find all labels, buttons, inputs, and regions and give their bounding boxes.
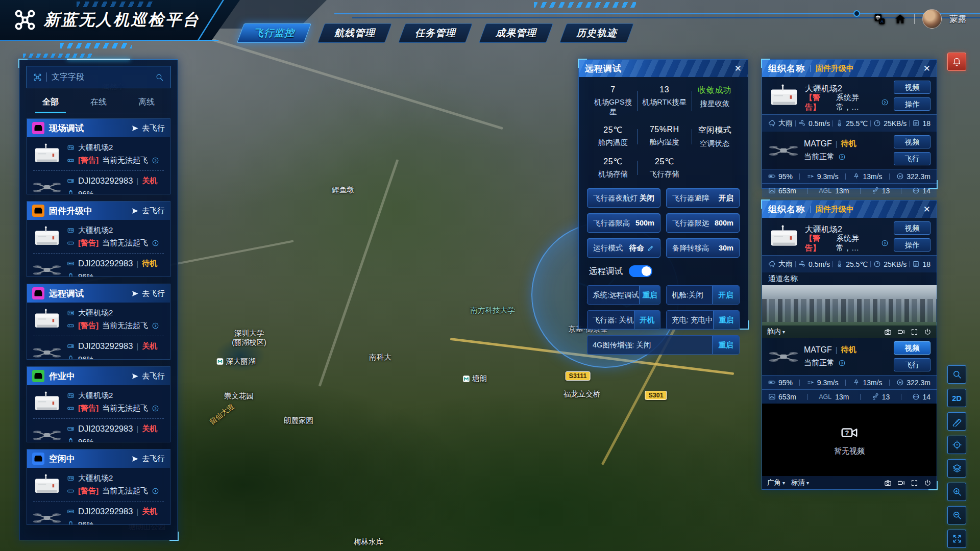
control-action-button[interactable]: 重启	[639, 286, 660, 304]
chevcircle-icon	[152, 322, 159, 330]
remote-debug-toggle[interactable]	[629, 265, 652, 277]
nav-tab-0[interactable]: 飞行监控	[240, 23, 308, 43]
battery-level: 96%	[78, 355, 93, 360]
nav-tab-4[interactable]: 历史轨迹	[563, 23, 630, 43]
warn-tag: [警告]	[78, 404, 99, 413]
card-body: 大疆机场2[警告]当前无法起飞DJI203292983|关机96%	[27, 385, 170, 442]
drone-video-button[interactable]: 视频	[894, 341, 930, 355]
card-header: 远程调试去飞行	[27, 284, 170, 303]
map-label: 留仙大道	[208, 402, 236, 427]
search-input[interactable]: 文字字段	[27, 66, 170, 88]
remote-debug-panel: 远程调试 ✕ 7机场GPS搜星13机场RTK搜星收敛成功搜星收敛25℃舱内温度7…	[578, 59, 748, 329]
device-card[interactable]: 空闲中去飞行大疆机场2[警告]当前无法起飞DJI203292983|关机96%	[27, 449, 170, 525]
filter-tab-1[interactable]: 在线	[75, 93, 122, 113]
card-header: 固件升级中去飞行	[27, 202, 170, 220]
home-icon[interactable]	[894, 13, 906, 26]
setting-button[interactable]: 运行模式待命	[587, 238, 660, 258]
locate-button[interactable]	[947, 436, 966, 454]
fullscreen-button[interactable]	[947, 530, 966, 548]
device-card[interactable]: 作业中去飞行大疆机场2[警告]当前无法起飞DJI203292983|关机96%	[27, 366, 170, 442]
dock-video-button[interactable]: 视频	[894, 221, 930, 235]
nav-tab-1[interactable]: 航线管理	[321, 23, 388, 43]
zoom-in-button[interactable]	[947, 483, 966, 501]
setting-button[interactable]: 飞行器限远800m	[666, 213, 740, 233]
go-fly-button[interactable]: 去飞行	[131, 371, 165, 381]
map-search-button[interactable]	[947, 365, 966, 384]
avatar[interactable]	[922, 9, 942, 29]
send-icon	[131, 290, 139, 297]
card-body: 大疆机场2[警告]当前无法起飞DJI203292983|关机96%	[27, 137, 170, 194]
zoom-out-button[interactable]	[947, 506, 966, 524]
layers-button[interactable]	[947, 459, 966, 478]
cloud-icon	[768, 119, 776, 127]
drone-image	[32, 429, 62, 442]
setting-button[interactable]: 飞行器夜航灯关闭	[587, 188, 660, 208]
filter-tab-2[interactable]: 离线	[122, 93, 170, 113]
nav-tab-3[interactable]: 成果管理	[482, 23, 550, 43]
stat-item: 95%	[768, 172, 793, 181]
translate-icon[interactable]: 中A	[873, 13, 886, 26]
drone-image	[32, 263, 62, 277]
go-fly-button[interactable]: 去飞行	[131, 206, 165, 216]
video-select[interactable]: 广角▾	[767, 478, 785, 487]
alarm-button[interactable]	[947, 53, 966, 71]
control-action-button[interactable]: 重启	[712, 336, 739, 354]
control-action-button[interactable]: 开机	[634, 311, 660, 329]
nav-tab-2[interactable]: 任务管理	[402, 23, 469, 43]
gauge-icon	[873, 119, 881, 127]
drone-state: 待机	[841, 139, 856, 148]
zoomout-icon	[952, 510, 962, 520]
measure-button[interactable]	[947, 412, 966, 431]
go-fly-button[interactable]: 去飞行	[131, 454, 165, 464]
warn-text: 当前无法起飞	[102, 486, 148, 496]
satellite-icon	[872, 393, 879, 400]
controller-icon	[67, 487, 75, 495]
control-action-button[interactable]: 开启	[712, 286, 739, 304]
drone-fly-button[interactable]: 飞行	[894, 152, 930, 165]
video-feed[interactable]: 舱内▾	[762, 285, 937, 338]
drone-fly-button[interactable]: 飞行	[894, 358, 930, 371]
toggle-label: 远程调试	[589, 266, 623, 277]
device-card[interactable]: 远程调试去飞行大疆机场2[警告]当前无法起飞DJI203292983|关机96%	[27, 284, 170, 360]
device-card[interactable]: 现场调试去飞行大疆机场2[警告]当前无法起飞DJI203292983|关机96%	[27, 118, 170, 194]
2d-mode-button[interactable]: 2D	[947, 389, 966, 407]
stat-item: AGL13m	[819, 393, 849, 401]
stat-item: AGL13m	[819, 187, 849, 195]
close-icon[interactable]: ✕	[923, 205, 930, 214]
dock-image	[32, 142, 62, 166]
video-select[interactable]: 标清▾	[791, 478, 809, 487]
dock-operate-button[interactable]: 操作	[894, 97, 930, 111]
control-action-button[interactable]: 重启	[713, 311, 739, 329]
dock-name: 大疆机场2	[78, 143, 113, 153]
batth-icon	[768, 379, 776, 386]
search-icon[interactable]	[155, 73, 164, 82]
close-icon[interactable]: ✕	[923, 64, 930, 73]
dock-row: 大疆机场2【警告】系统异常，…视频操作	[762, 218, 937, 255]
video-select[interactable]: 舱内▾	[767, 327, 785, 336]
map-label: 鲤鱼墩	[332, 185, 354, 194]
dock-image	[32, 390, 62, 414]
go-fly-button[interactable]: 去飞行	[131, 289, 165, 298]
control-row: 机舱:关闭开启	[666, 285, 740, 305]
drone-image	[768, 349, 799, 364]
setting-button[interactable]: 飞行器避障开启	[666, 188, 740, 208]
dock-operate-button[interactable]: 操作	[894, 238, 930, 252]
telemetry-stat: 空闲模式空调状态	[692, 125, 738, 148]
cloud-icon	[768, 260, 776, 268]
stat-item: 9.3m/s	[807, 379, 839, 387]
dock-video-button[interactable]: 视频	[894, 81, 930, 94]
send-icon	[131, 124, 139, 132]
drone-video-button[interactable]: 视频	[894, 135, 930, 148]
device-card[interactable]: 固件升级中去飞行大疆机场2[警告]当前无法起飞DJI203292983|待机96…	[27, 201, 170, 277]
map-label: 崇文花园	[224, 391, 254, 400]
fullscr-icon	[952, 534, 962, 544]
drone-id: DJI203292983	[78, 176, 133, 186]
map-toolbar: 2D	[947, 365, 966, 548]
setting-button[interactable]: 飞行器限高500m	[587, 213, 660, 233]
go-fly-button[interactable]: 去飞行	[131, 123, 165, 133]
chevcircle-icon	[152, 487, 159, 495]
setting-button[interactable]: 备降转移高30m	[666, 238, 740, 258]
filter-tab-0[interactable]: 全部	[27, 93, 75, 113]
close-icon[interactable]: ✕	[734, 64, 742, 73]
battv-icon	[67, 355, 75, 360]
